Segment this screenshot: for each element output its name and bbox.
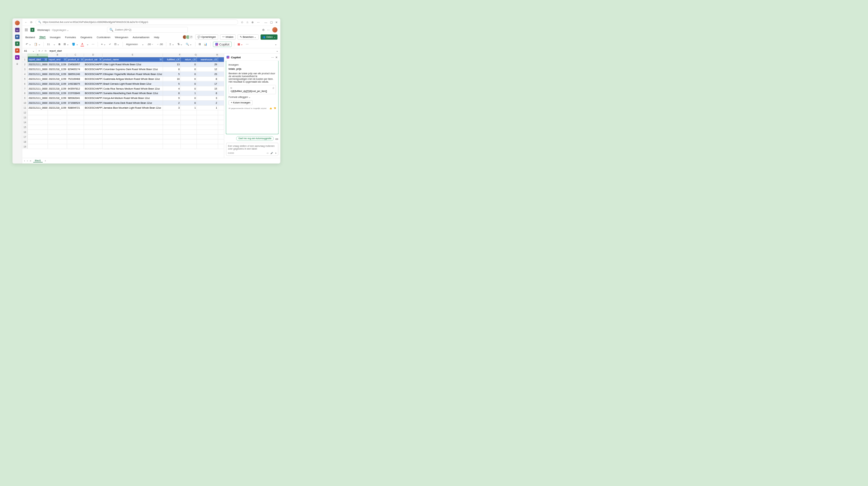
empty-cell[interactable] bbox=[28, 125, 48, 129]
table-cell[interactable]: 20221218_1159 bbox=[48, 96, 67, 100]
table-cell[interactable]: 0 bbox=[181, 81, 197, 86]
table-cell[interactable]: BOODSCHAPPE bbox=[84, 91, 102, 95]
user-avatar-small[interactable] bbox=[15, 20, 20, 25]
empty-cell[interactable] bbox=[197, 110, 218, 115]
table-header-cell[interactable]: product_name▾ bbox=[102, 57, 163, 62]
add-app-button[interactable]: + bbox=[16, 62, 18, 66]
table-cell[interactable]: 16 bbox=[163, 76, 181, 81]
table-cell[interactable]: 5 bbox=[163, 72, 181, 76]
accept-formula-icon[interactable]: ✓ bbox=[41, 49, 43, 52]
empty-cell[interactable] bbox=[48, 144, 67, 149]
table-cell[interactable]: 6 bbox=[181, 76, 197, 81]
table-cell[interactable]: 20221218_1159 bbox=[48, 76, 67, 81]
table-cell[interactable]: Ethiopian Yirgacheffe Medium Roast Whole… bbox=[102, 72, 163, 76]
analyze-button[interactable]: 📊 bbox=[203, 42, 208, 46]
comments-button[interactable]: 💬 Opmerkingen bbox=[195, 34, 218, 40]
table-cell[interactable]: 13 bbox=[163, 62, 181, 67]
table-cell[interactable]: 3 bbox=[197, 96, 218, 100]
share-button[interactable]: 👥 Delen ⌄ bbox=[260, 34, 277, 40]
table-cell[interactable]: 8 bbox=[197, 91, 218, 95]
column-header[interactable]: C bbox=[67, 53, 84, 57]
font-color-button[interactable]: A bbox=[81, 42, 84, 46]
table-cell[interactable]: BOODSCHAPPE bbox=[84, 72, 102, 76]
table-cell[interactable]: BOODSCHAPPE bbox=[84, 106, 102, 110]
empty-cell[interactable] bbox=[48, 125, 67, 129]
onenote-icon[interactable]: N bbox=[15, 55, 19, 60]
table-cell[interactable]: 0 bbox=[181, 101, 197, 105]
empty-cell[interactable] bbox=[197, 120, 218, 125]
favorite-icon[interactable]: ✩ bbox=[241, 20, 243, 24]
table-cell[interactable]: Sumatra Mandheling Dark Roast Whole Bean… bbox=[102, 91, 163, 95]
empty-cell[interactable] bbox=[163, 110, 181, 115]
empty-cell[interactable] bbox=[181, 144, 197, 149]
table-cell[interactable]: 29 bbox=[197, 62, 218, 67]
row-header[interactable]: 10 bbox=[22, 101, 28, 105]
empty-cell[interactable] bbox=[197, 130, 218, 134]
tab-start[interactable]: Start bbox=[39, 35, 46, 39]
empty-cell[interactable] bbox=[48, 134, 67, 139]
settings-icon[interactable]: ⚙ bbox=[262, 28, 265, 31]
empty-cell[interactable] bbox=[102, 110, 163, 115]
tab-data[interactable]: Gegevens bbox=[80, 35, 93, 39]
table-cell[interactable]: 8 bbox=[163, 91, 181, 95]
empty-cell[interactable] bbox=[67, 144, 84, 149]
row-header[interactable]: 18 bbox=[22, 139, 28, 144]
table-cell[interactable]: 4 bbox=[163, 86, 181, 91]
row-header[interactable]: 15 bbox=[22, 125, 28, 129]
empty-cell[interactable] bbox=[163, 125, 181, 129]
row-header[interactable]: 3 bbox=[22, 67, 28, 72]
search-input[interactable] bbox=[115, 28, 185, 31]
empty-cell[interactable] bbox=[28, 130, 48, 134]
powerpoint-icon[interactable]: P bbox=[15, 48, 19, 53]
column-header[interactable]: H bbox=[197, 53, 218, 57]
row-header[interactable]: 12 bbox=[22, 110, 28, 115]
tab-review[interactable]: Controleren bbox=[96, 35, 111, 39]
empty-cell[interactable] bbox=[28, 115, 48, 120]
filter-icon[interactable]: ▾ bbox=[215, 58, 217, 61]
copilot-close-icon[interactable]: ✕ bbox=[275, 56, 278, 59]
filter-icon[interactable]: ▾ bbox=[81, 58, 83, 61]
table-cell[interactable]: BOODSCHAPPE bbox=[84, 76, 102, 81]
table-cell[interactable]: 149238075 bbox=[67, 81, 84, 86]
table-cell[interactable]: BOODSCHAPPE bbox=[84, 86, 102, 91]
empty-cell[interactable] bbox=[28, 144, 48, 149]
thumbs-up-icon[interactable]: 👍 bbox=[269, 107, 272, 109]
table-cell[interactable]: 202212111_0000 bbox=[28, 101, 48, 105]
empty-cell[interactable] bbox=[163, 139, 181, 144]
table-cell[interactable]: 0 bbox=[181, 72, 197, 76]
table-cell[interactable]: 215703849 bbox=[67, 91, 84, 95]
add-sheet-button[interactable]: + bbox=[45, 159, 46, 162]
explain-formula-link[interactable]: Formule uitleggen ⌄ bbox=[228, 96, 276, 99]
empty-cell[interactable] bbox=[84, 125, 102, 129]
tab-help[interactable]: Help bbox=[153, 35, 160, 39]
empty-cell[interactable] bbox=[84, 134, 102, 139]
empty-cell[interactable] bbox=[181, 139, 197, 144]
table-header-cell[interactable]: fullfilled_qty▾ bbox=[163, 57, 181, 62]
more-options-icon[interactable]: ⋯ bbox=[267, 28, 270, 31]
empty-cell[interactable] bbox=[67, 130, 84, 134]
more-tools-button[interactable]: ⋯ bbox=[245, 42, 249, 46]
close-button[interactable]: ✕ bbox=[275, 20, 278, 24]
table-cell[interactable]: Otter Light Roast Whole Bean 12oz bbox=[102, 62, 163, 67]
empty-cell[interactable] bbox=[84, 130, 102, 134]
refresh-button[interactable]: ⟳ bbox=[30, 20, 33, 24]
more-icon[interactable]: ⋯ bbox=[257, 20, 260, 24]
tab-formulas[interactable]: Formules bbox=[65, 35, 76, 39]
table-cell[interactable]: BOODSCHAPPE bbox=[84, 81, 102, 86]
number-format[interactable]: Algemeen bbox=[125, 42, 140, 46]
table-cell[interactable]: 8 bbox=[163, 67, 181, 72]
table-format-button[interactable]: ▦ ⌄ bbox=[236, 42, 243, 46]
table-cell[interactable]: 8 bbox=[197, 76, 218, 81]
book-icon[interactable]: ▭ bbox=[275, 137, 278, 141]
empty-cell[interactable] bbox=[102, 139, 163, 144]
table-cell[interactable]: 371906524 bbox=[67, 101, 84, 105]
empty-cell[interactable] bbox=[197, 125, 218, 129]
table-cell[interactable]: 0 bbox=[181, 62, 197, 67]
table-cell[interactable]: 234583957 bbox=[67, 62, 84, 67]
paste-button[interactable]: 📋 ⌄ bbox=[33, 42, 41, 46]
empty-cell[interactable] bbox=[67, 134, 84, 139]
cell-reference[interactable]: A1 bbox=[23, 49, 31, 52]
insert-column-button[interactable]: + Kolom invoegen bbox=[228, 100, 252, 105]
table-cell[interactable]: 20221218_1159 bbox=[48, 86, 67, 91]
row-header[interactable]: 11 bbox=[22, 106, 28, 110]
